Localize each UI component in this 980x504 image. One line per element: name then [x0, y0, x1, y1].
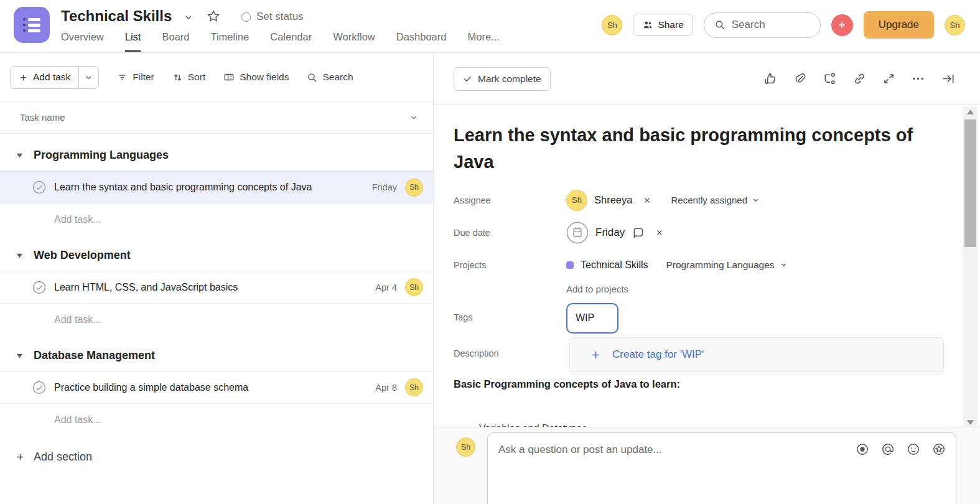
assignee-label: Assignee	[454, 195, 566, 205]
task-due-date: Apr 8	[375, 383, 397, 393]
tab-overview[interactable]: Overview	[61, 31, 104, 52]
section-programming-languages: Programming Languages Learn the syntax a…	[0, 149, 433, 234]
tab-workflow[interactable]: Workflow	[333, 31, 375, 52]
task-list-panel: Add task Filter Sort	[0, 54, 434, 504]
like-icon[interactable]	[763, 72, 778, 86]
due-date-value[interactable]: Friday	[595, 226, 625, 239]
remove-due-date-icon[interactable]	[655, 228, 664, 237]
add-to-projects-button[interactable]: Add to projects	[566, 284, 961, 294]
check-circle-icon[interactable]	[32, 381, 46, 394]
record-icon[interactable]	[856, 442, 869, 456]
section-title[interactable]: Programming Languages	[34, 149, 169, 162]
add-task-inline[interactable]: Add task...	[0, 404, 433, 434]
collapse-panel-icon[interactable]	[941, 72, 955, 86]
task-assignee-avatar[interactable]: Sh	[405, 179, 423, 197]
columns-icon	[223, 72, 235, 83]
chevron-down-icon[interactable]	[409, 113, 418, 122]
tags-field: Tags	[454, 303, 961, 334]
description-heading[interactable]: Basic Programming concepts of Java to le…	[454, 378, 961, 390]
sort-button[interactable]: Sort	[172, 72, 205, 83]
sort-icon	[172, 72, 183, 83]
task-row[interactable]: Learn HTML, CSS, and JavaScript basics A…	[0, 271, 433, 304]
scroll-up-icon[interactable]	[963, 109, 978, 115]
project-name[interactable]: Technical Skills	[581, 259, 648, 271]
speech-bubble-icon[interactable]	[632, 226, 645, 239]
disclosure-triangle-icon[interactable]	[16, 352, 24, 360]
add-task-inline[interactable]: Add task...	[0, 304, 433, 334]
page-title: Technical Skills	[61, 7, 172, 25]
tag-input[interactable]	[566, 303, 618, 334]
tab-board[interactable]: Board	[162, 31, 189, 52]
user-avatar[interactable]: Sh	[945, 15, 965, 35]
add-task-inline[interactable]: Add task...	[0, 203, 433, 234]
create-button[interactable]	[831, 14, 853, 36]
sticker-icon[interactable]	[932, 442, 946, 456]
tags-label: Tags	[454, 303, 566, 322]
task-name: Learn HTML, CSS, and JavaScript basics	[54, 282, 367, 293]
check-circle-icon[interactable]	[32, 180, 46, 194]
comment-input[interactable]: Ask a question or post an update...	[487, 432, 956, 504]
task-title[interactable]: Learn the syntax and basic programming c…	[454, 122, 924, 175]
tab-calendar[interactable]: Calendar	[270, 31, 312, 52]
detail-toolbar: Mark complete	[434, 54, 980, 105]
mark-complete-button[interactable]: Mark complete	[454, 67, 551, 91]
disclosure-triangle-icon[interactable]	[16, 151, 24, 159]
detail-scrollbar[interactable]	[963, 106, 978, 428]
tab-list[interactable]: List	[125, 31, 141, 52]
add-section-button[interactable]: Add section	[15, 450, 433, 464]
add-task-caret-button[interactable]	[79, 67, 98, 88]
attachment-icon[interactable]	[793, 72, 807, 86]
create-tag-dropdown[interactable]: Create tag for 'WIP'	[569, 337, 944, 372]
column-header-task-name[interactable]: Task name	[0, 101, 433, 134]
remove-assignee-icon[interactable]	[643, 196, 651, 205]
description-label: Description	[454, 348, 566, 358]
task-row[interactable]: Learn the syntax and basic programming c…	[0, 171, 433, 203]
set-status-button[interactable]: Set status	[241, 11, 304, 23]
more-options-icon[interactable]	[911, 72, 925, 86]
calendar-icon[interactable]	[566, 222, 589, 244]
emoji-icon[interactable]	[907, 442, 920, 456]
filter-icon	[117, 72, 128, 83]
expand-icon[interactable]	[882, 72, 895, 85]
list-search-label: Search	[322, 72, 353, 83]
recently-assigned-dropdown[interactable]: Recently assigned	[671, 195, 760, 205]
task-assignee-avatar[interactable]: Sh	[405, 278, 423, 296]
add-task-button[interactable]: Add task	[11, 67, 79, 88]
subtask-icon[interactable]	[823, 72, 837, 86]
section-web-development: Web Development Learn HTML, CSS, and Jav…	[0, 249, 433, 334]
task-assignee-avatar[interactable]: Sh	[405, 378, 423, 396]
global-search-input[interactable]: Search	[704, 12, 821, 38]
tab-more[interactable]: More...	[467, 31, 499, 52]
show-fields-button[interactable]: Show fields	[223, 72, 289, 83]
title-chevron-icon[interactable]	[184, 12, 194, 22]
tab-dashboard[interactable]: Dashboard	[396, 31, 447, 52]
filter-label: Filter	[133, 72, 154, 83]
share-button[interactable]: Share	[633, 14, 693, 36]
assignee-name[interactable]: Shreeya	[594, 194, 632, 206]
plus-icon	[15, 452, 26, 462]
task-row[interactable]: Practice building a simple database sche…	[0, 371, 433, 404]
mention-icon[interactable]	[881, 442, 895, 456]
upgrade-button[interactable]: Upgrade	[864, 11, 934, 39]
check-circle-icon[interactable]	[32, 281, 46, 294]
disclosure-triangle-icon[interactable]	[16, 251, 24, 259]
scroll-down-icon[interactable]	[963, 419, 978, 426]
tab-timeline[interactable]: Timeline	[210, 31, 249, 52]
section-title[interactable]: Database Management	[34, 349, 155, 362]
assignee-avatar[interactable]: Sh	[566, 190, 587, 211]
favorite-star-icon[interactable]	[207, 9, 220, 23]
scrollbar-thumb[interactable]	[964, 119, 976, 247]
search-icon	[714, 19, 726, 30]
people-icon	[642, 19, 653, 30]
task-due-date: Apr 4	[375, 282, 397, 292]
collaborator-avatar[interactable]: Sh	[602, 15, 622, 35]
section-title[interactable]: Web Development	[34, 249, 131, 262]
project-section-dropdown[interactable]: Programming Languages	[666, 259, 787, 271]
app-window: Technical Skills Set status Overview Lis…	[0, 0, 980, 504]
filter-button[interactable]: Filter	[117, 72, 154, 83]
project-logo[interactable]	[14, 7, 50, 43]
show-fields-label: Show fields	[240, 72, 289, 83]
list-search-button[interactable]: Search	[307, 72, 353, 83]
link-icon[interactable]	[852, 72, 867, 86]
sort-label: Sort	[188, 72, 205, 83]
